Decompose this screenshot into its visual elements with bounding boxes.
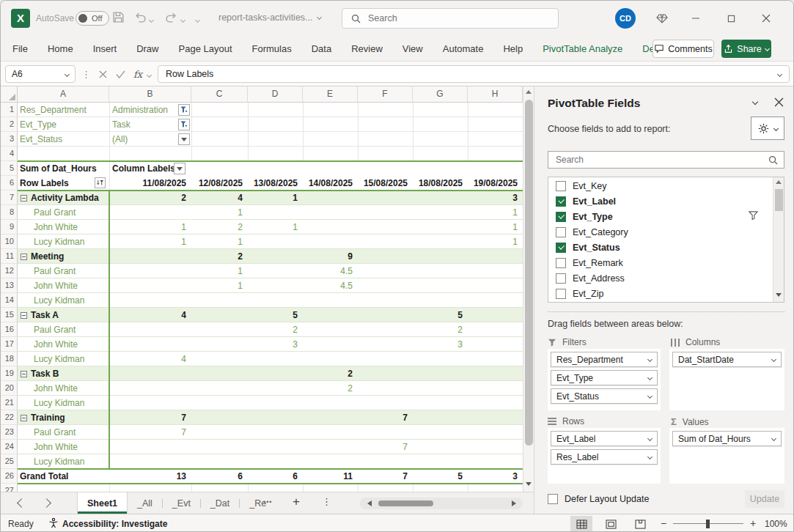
tools-button[interactable] xyxy=(751,117,784,140)
field-item-evt_label[interactable]: Evt_Label xyxy=(548,193,768,209)
ribbon-tab-formulas[interactable]: Formulas xyxy=(252,43,292,54)
ribbon-tab-review[interactable]: Review xyxy=(351,43,383,54)
pivot-group-label[interactable]: Task B xyxy=(18,366,109,381)
pivot-value-cell[interactable]: 1 xyxy=(468,220,523,234)
fields-search-input[interactable] xyxy=(554,154,768,166)
pivot-value-cell[interactable]: 1 xyxy=(191,234,248,249)
field-checkbox[interactable] xyxy=(556,258,566,268)
pivot-value-cell[interactable]: 2 xyxy=(303,366,358,381)
search-input[interactable] xyxy=(367,12,528,24)
avatar[interactable]: CD xyxy=(615,8,636,29)
row-header-4[interactable]: 4 xyxy=(1,147,18,161)
accessibility-icon[interactable] xyxy=(48,517,59,531)
pivot-detail-label[interactable]: Paul Grant xyxy=(18,425,109,440)
row-header-12[interactable]: 12 xyxy=(1,264,18,278)
search-box[interactable] xyxy=(342,8,559,29)
page-layout-view-button[interactable] xyxy=(600,516,622,532)
row-header-24[interactable]: 24 xyxy=(1,440,18,454)
sheet-tab-_dat[interactable]: _Dat xyxy=(201,492,239,514)
field-checkbox[interactable] xyxy=(556,212,566,222)
collapse-icon[interactable] xyxy=(21,254,27,260)
fx-dropdown-icon[interactable] xyxy=(147,73,152,78)
column-header-A[interactable]: A xyxy=(18,86,109,103)
row-labels-sort-filter-button[interactable] xyxy=(95,177,106,188)
area-box-filters[interactable]: Res_DepartmentEvt_TypeEvt_Status xyxy=(548,349,661,410)
field-checkbox[interactable] xyxy=(556,273,566,284)
cancel-entry-icon[interactable] xyxy=(95,65,111,83)
pivot-value-cell[interactable]: 11 xyxy=(303,469,358,484)
undo-dropdown-icon[interactable] xyxy=(149,18,154,23)
scroll-left-icon[interactable] xyxy=(367,500,372,506)
sheet-options-icon[interactable]: ⋮ xyxy=(322,496,331,507)
chip-dropdown-icon[interactable] xyxy=(647,394,653,399)
undo-icon[interactable] xyxy=(134,11,147,26)
pivot-value-cell[interactable]: 5 xyxy=(413,469,468,484)
formula-input[interactable]: Row Labels xyxy=(158,65,790,83)
pivot-value-cell[interactable]: 1 xyxy=(191,278,248,293)
pivot-date-header[interactable]: 18/08/2025 xyxy=(413,176,468,191)
pivot-value-cell[interactable]: 2 xyxy=(191,220,248,234)
title-dropdown-icon[interactable] xyxy=(317,15,322,20)
field-item-evt_remark[interactable]: Evt_Remark xyxy=(548,255,768,270)
pivot-detail-label[interactable]: John White xyxy=(18,381,109,396)
row-header-21[interactable]: 21 xyxy=(1,396,18,410)
field-item-evt_type[interactable]: Evt_Type xyxy=(548,209,768,224)
pivot-grand-label[interactable]: Grand Total xyxy=(18,469,109,484)
zoom-in-button[interactable]: + xyxy=(750,517,756,529)
redo-icon[interactable] xyxy=(165,11,177,26)
row-header-2[interactable]: 2 xyxy=(1,117,18,132)
field-chip-sum-of-dat_hours[interactable]: Sum of Dat_Hours xyxy=(672,431,782,446)
add-sheet-button[interactable]: + xyxy=(293,495,300,509)
confirm-entry-icon[interactable] xyxy=(112,65,128,83)
vertical-scroll-thumb[interactable] xyxy=(525,100,533,446)
pivot-value-cell[interactable]: 2 xyxy=(248,322,303,337)
row-header-1[interactable]: 1 xyxy=(1,103,18,117)
scroll-down-icon[interactable] xyxy=(526,482,532,486)
pivot-date-header[interactable]: 14/08/2025 xyxy=(303,176,358,191)
panel-close-icon[interactable] xyxy=(774,97,784,110)
ribbon-tab-page-layout[interactable]: Page Layout xyxy=(179,43,232,54)
pivot-value-cell[interactable]: 7 xyxy=(109,410,191,425)
row-header-20[interactable]: 20 xyxy=(1,381,18,396)
column-header-H[interactable]: H xyxy=(468,86,523,103)
pivot-value-cell[interactable]: 1 xyxy=(191,264,248,278)
formula-bar-expand-icon[interactable] xyxy=(777,71,782,76)
pivot-value-cell[interactable]: 7 xyxy=(358,469,413,484)
field-item-evt_key[interactable]: Evt_Key xyxy=(548,178,768,193)
pivot-value-cell[interactable]: 4 xyxy=(191,191,248,205)
more-sheets-button[interactable]: ••• xyxy=(263,498,272,506)
sheet-tab-_evt[interactable]: _Evt xyxy=(163,492,200,514)
scroll-up-icon[interactable] xyxy=(776,180,782,184)
row-header-23[interactable]: 23 xyxy=(1,425,18,440)
field-chip-res_label[interactable]: Res_Label xyxy=(551,449,658,465)
document-title[interactable]: report-tasks-activities... xyxy=(218,12,314,23)
excel-logo-icon[interactable]: X xyxy=(11,9,30,28)
column-header-B[interactable]: B xyxy=(109,86,191,103)
row-header-13[interactable]: 13 xyxy=(1,278,18,293)
pivot-value-cell[interactable]: 7 xyxy=(358,440,413,454)
ribbon-tab-help[interactable]: Help xyxy=(503,43,523,54)
pivot-date-header[interactable]: 15/08/2025 xyxy=(358,176,413,191)
normal-view-button[interactable] xyxy=(570,516,592,532)
area-box-rows[interactable]: Evt_LabelRes_Label xyxy=(548,428,661,484)
comments-button[interactable]: Comments xyxy=(653,40,714,58)
field-item-evt_category[interactable]: Evt_Category xyxy=(548,224,768,240)
pivot-group-label[interactable]: Task A xyxy=(18,308,109,322)
pivot-detail-label[interactable]: Paul Grant xyxy=(18,205,109,220)
pivot-value-cell[interactable]: 4 xyxy=(109,352,191,366)
pivot-value-cell[interactable]: 4.5 xyxy=(303,278,358,293)
pivot-group-label[interactable]: Meeting xyxy=(18,249,109,264)
pivot-value-cell[interactable]: 7 xyxy=(109,425,191,440)
pivot-detail-label[interactable]: Lucy Kidman xyxy=(18,352,109,366)
pivot-value-cell[interactable]: 13 xyxy=(109,469,191,484)
pivot-value-cell[interactable]: 2 xyxy=(413,322,468,337)
defer-layout-checkbox[interactable] xyxy=(548,494,558,504)
filter-dropdown-button[interactable] xyxy=(178,133,190,145)
accessibility-status[interactable]: Accessibility: Investigate xyxy=(62,519,167,529)
column-header-G[interactable]: G xyxy=(413,86,468,103)
collapse-icon[interactable] xyxy=(21,415,27,421)
next-sheet-icon[interactable] xyxy=(42,498,51,508)
minimize-button[interactable] xyxy=(687,10,705,27)
close-button[interactable] xyxy=(757,10,775,27)
field-chip-evt_label[interactable]: Evt_Label xyxy=(551,431,658,446)
